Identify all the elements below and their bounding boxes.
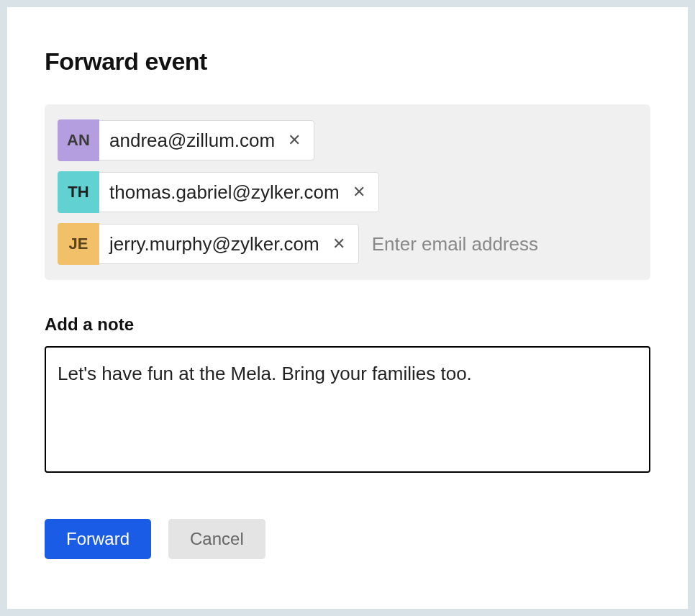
recipient-chip: AN andrea@zillum.com ✕ [58,120,314,160]
note-textarea[interactable] [45,346,650,473]
recipients-area[interactable]: AN andrea@zillum.com ✕ TH thomas.gabriel… [45,104,650,280]
close-icon[interactable]: ✕ [350,181,368,203]
avatar: JE [58,223,99,265]
close-icon[interactable]: ✕ [330,233,348,255]
button-row: Forward Cancel [45,519,650,559]
email-input[interactable] [372,224,637,264]
cancel-button[interactable]: Cancel [168,519,265,559]
recipient-chip: JE jerry.murphy@zylker.com ✕ [58,224,359,264]
dialog-title: Forward event [45,47,650,76]
recipient-email: andrea@zillum.com [99,130,285,152]
recipient-email: thomas.gabriel@zylker.com [99,181,350,204]
note-label: Add a note [45,314,650,335]
forward-event-dialog: Forward event AN andrea@zillum.com ✕ TH … [7,7,688,609]
avatar: TH [58,171,99,213]
recipient-email: jerry.murphy@zylker.com [99,233,330,255]
avatar: AN [58,119,99,161]
recipient-chip: TH thomas.gabriel@zylker.com ✕ [58,172,379,212]
close-icon[interactable]: ✕ [285,130,304,151]
forward-button[interactable]: Forward [45,519,151,559]
